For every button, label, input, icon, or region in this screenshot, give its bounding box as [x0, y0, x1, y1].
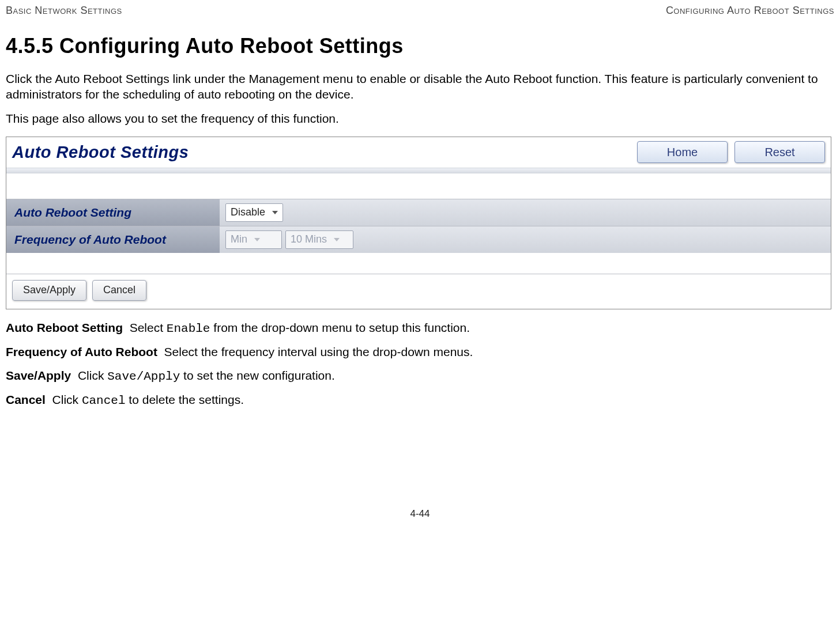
def-term-frequency: Frequency of Auto Reboot: [6, 345, 157, 358]
def-code-save-apply: Save/Apply: [107, 370, 180, 383]
reset-button[interactable]: Reset: [734, 141, 825, 163]
footer-divider: [6, 274, 831, 274]
label-frequency: Frequency of Auto Reboot: [6, 226, 220, 253]
value-auto-reboot: Disable: [220, 199, 831, 226]
select-auto-reboot[interactable]: Disable: [225, 203, 283, 222]
select-auto-reboot-text: Disable: [231, 206, 265, 218]
panel-footer-buttons: Save/Apply Cancel: [6, 280, 831, 309]
select-frequency-unit-text: Min: [231, 233, 247, 245]
chevron-down-icon: [334, 238, 340, 241]
cancel-button[interactable]: Cancel: [92, 280, 146, 301]
def-auto-reboot: Auto Reboot Setting Select Enable from t…: [6, 320, 834, 337]
def-text-frequency: Select the frequency interval using the …: [164, 345, 473, 358]
header-left: Basic Network Settings: [6, 5, 122, 17]
panel-title: Auto Reboot Settings: [12, 143, 189, 161]
def-code-auto-reboot: Enable: [167, 322, 210, 335]
def-term-save-apply: Save/Apply: [6, 369, 71, 382]
definitions-block: Auto Reboot Setting Select Enable from t…: [6, 320, 834, 409]
row-frequency: Frequency of Auto Reboot Min 10 Mins: [6, 226, 831, 253]
def-text-cancel-pre: Click: [52, 393, 82, 406]
row-auto-reboot: Auto Reboot Setting Disable: [6, 199, 831, 226]
def-text-auto-reboot-pre: Select: [130, 321, 167, 334]
def-text-auto-reboot-post: from the drop-down menu to setup this fu…: [210, 321, 470, 334]
intro-paragraph-2: This page also allows you to set the fre…: [6, 111, 834, 126]
save-apply-button[interactable]: Save/Apply: [12, 280, 86, 301]
screenshot-top-bar: Auto Reboot Settings Home Reset: [6, 137, 831, 168]
select-frequency-value[interactable]: 10 Mins: [285, 230, 353, 249]
header-right: Configuring Auto Reboot Settings: [666, 5, 834, 17]
def-term-cancel: Cancel: [6, 393, 46, 406]
chevron-down-icon: [254, 238, 260, 241]
divider-strip: [6, 168, 831, 173]
def-text-cancel-post: to delete the settings.: [126, 393, 244, 406]
def-term-auto-reboot: Auto Reboot Setting: [6, 321, 123, 334]
def-save-apply: Save/Apply Click Save/Apply to set the n…: [6, 368, 834, 385]
section-title: Configuring Auto Reboot Settings: [59, 34, 404, 58]
label-auto-reboot: Auto Reboot Setting: [6, 199, 220, 226]
chevron-down-icon: [272, 211, 278, 214]
section-number: 4.5.5: [6, 34, 54, 58]
select-frequency-unit[interactable]: Min: [225, 230, 282, 249]
select-frequency-value-text: 10 Mins: [291, 233, 327, 245]
def-code-cancel: Cancel: [82, 394, 126, 407]
page-header: Basic Network Settings Configuring Auto …: [6, 0, 834, 24]
panel-title-bar: Auto Reboot Settings: [6, 137, 194, 168]
intro-paragraph-1: Click the Auto Reboot Settings link unde…: [6, 71, 834, 103]
value-frequency: Min 10 Mins: [220, 226, 831, 253]
home-button[interactable]: Home: [637, 141, 728, 163]
def-frequency: Frequency of Auto Reboot Select the freq…: [6, 344, 834, 360]
panel-gap: [6, 173, 831, 199]
def-cancel: Cancel Click Cancel to delete the settin…: [6, 392, 834, 409]
page-number: 4-44: [410, 508, 430, 519]
def-text-save-apply-pre: Click: [78, 369, 107, 382]
page-footer: 4-44: [6, 416, 834, 528]
section-heading: 4.5.5 Configuring Auto Reboot Settings: [6, 34, 834, 58]
panel-nav-buttons: Home Reset: [637, 141, 831, 163]
def-text-save-apply-post: to set the new configuration.: [180, 369, 335, 382]
settings-screenshot: Auto Reboot Settings Home Reset Auto Reb…: [6, 137, 831, 309]
